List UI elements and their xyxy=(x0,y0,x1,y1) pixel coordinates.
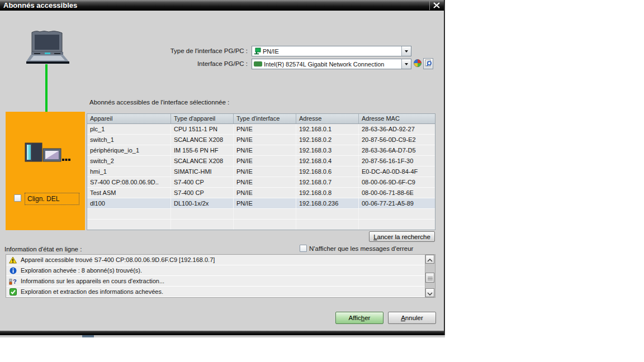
table-row[interactable] xyxy=(87,220,435,230)
laptop-icon xyxy=(26,30,70,65)
table-cell xyxy=(359,209,435,219)
table-cell: 20-87-56-16-1F-30 xyxy=(359,156,435,166)
start-search-button[interactable]: Lancer la recherche xyxy=(369,231,435,242)
column-header-type-interface[interactable]: Type d'interface xyxy=(234,114,296,123)
interface-dropdown[interactable]: Intel(R) 82574L Gigabit Network Connecti… xyxy=(252,59,411,69)
column-header-appareil[interactable]: Appareil xyxy=(87,114,171,123)
table-cell: 08-00-06-9D-6F-C9 xyxy=(359,177,435,187)
table-cell xyxy=(171,209,234,219)
blink-led-checkbox[interactable] xyxy=(14,194,21,202)
table-cell xyxy=(87,220,171,230)
table-cell: 192.168.0.236 xyxy=(296,198,359,208)
status-message-rows: Appareil accessible trouvé S7-400 CP:08.… xyxy=(6,255,435,297)
close-icon xyxy=(433,1,440,11)
chevron-down-icon xyxy=(405,63,408,65)
table-cell: 28-63-36-AD-92-27 xyxy=(359,124,435,134)
device-table-header: Appareil Type d'appareil Type d'interfac… xyxy=(87,114,435,124)
table-cell xyxy=(234,220,296,230)
table-row[interactable]: Test ASMS7-400 CPPN/IE192.168.0.808-00-0… xyxy=(87,188,435,198)
background-scrollbar-thumb[interactable] xyxy=(82,335,94,337)
table-cell: 192.168.0.2 xyxy=(296,135,359,145)
column-header-adresse[interactable]: Adresse xyxy=(296,114,359,123)
status-scrollbar[interactable] xyxy=(425,255,435,297)
table-cell xyxy=(234,209,296,219)
table-cell: 00-06-77-21-A5-89 xyxy=(359,198,435,208)
close-button[interactable] xyxy=(429,1,443,10)
interface-type-value: PN/IE xyxy=(263,48,401,55)
table-row[interactable]: plc_1CPU 1511-1 PNPN/IE192.168.0.128-63-… xyxy=(87,124,435,135)
table-cell: 192.168.0.8 xyxy=(296,188,359,198)
table-cell xyxy=(87,209,171,219)
table-row[interactable]: périphérique_io_1IM 155-6 PN HFPN/IE192.… xyxy=(87,145,435,156)
table-cell: 28-63-36-6A-D7-D5 xyxy=(359,145,435,155)
scroll-down-button[interactable] xyxy=(425,288,434,297)
screen: Abonnés accessibles Type d xyxy=(0,0,644,362)
table-cell: PN/IE xyxy=(234,198,296,208)
table-cell: PN/IE xyxy=(234,188,296,198)
column-header-type-appareil[interactable]: Type d'appareil xyxy=(171,114,234,123)
dialog-titlebar: Abonnés accessibles xyxy=(0,0,444,11)
status-message-row: Exploration achevée : 8 abonné(s) trouvé… xyxy=(6,265,425,276)
interface-type-label: Type de l'interface PG/PC : xyxy=(134,47,248,54)
table-cell: S7-400 CP xyxy=(171,177,234,187)
accessible-devices-dialog: Abonnés accessibles Type d xyxy=(0,0,445,335)
column-header-adresse-mac[interactable]: Adresse MAC xyxy=(359,114,435,123)
table-cell: Test ASM xyxy=(87,188,171,198)
table-cell: SCALANCE X208 xyxy=(171,135,234,145)
table-cell: E0-DC-A0-0D-84-4F xyxy=(359,166,435,177)
scrollbar-thumb[interactable] xyxy=(425,273,434,283)
chevron-down-icon xyxy=(427,288,433,298)
status-message-list: Appareil accessible trouvé S7-400 CP:08.… xyxy=(6,254,435,298)
table-cell: S7-400 CP xyxy=(171,188,234,198)
table-row[interactable]: switch_2SCALANCE X208PN/IE192.168.0.420-… xyxy=(87,156,435,166)
table-cell: PN/IE xyxy=(234,166,296,177)
table-cell: périphérique_io_1 xyxy=(87,145,171,155)
table-row[interactable]: switch_1SCALANCE X208PN/IE192.168.0.220-… xyxy=(87,135,435,145)
table-cell: 192.168.0.4 xyxy=(296,156,359,166)
dialog-bottom-edge xyxy=(0,331,444,335)
table-row[interactable]: dl100DL100-1x/2xPN/IE192.168.0.23600-06-… xyxy=(87,198,435,209)
status-message-row: ?Informations sur les appareils en cours… xyxy=(6,276,425,287)
interface-dropdown-button[interactable] xyxy=(401,59,411,69)
cancel-button[interactable]: Annuler xyxy=(388,312,436,324)
success-icon xyxy=(8,288,17,296)
svg-text:?: ? xyxy=(13,278,17,285)
table-cell: hmi_1 xyxy=(87,166,171,177)
status-message-text: Exploration et extraction des informatio… xyxy=(21,288,163,295)
table-cell: 192.168.0.7 xyxy=(296,177,359,187)
table-cell: SCALANCE X208 xyxy=(171,156,234,166)
table-cell: dl100 xyxy=(87,198,171,208)
grip-lines-icon xyxy=(428,273,433,283)
plc-device-icon xyxy=(25,142,70,163)
status-message-text: Exploration achevée : 8 abonné(s) trouvé… xyxy=(21,267,142,274)
table-cell xyxy=(359,220,435,230)
table-row[interactable] xyxy=(87,209,435,220)
scroll-up-button[interactable] xyxy=(425,255,434,264)
interface-label: Interface PG/PC : xyxy=(134,60,248,67)
show-button[interactable]: Afficher xyxy=(335,312,383,324)
table-cell xyxy=(296,209,359,219)
info-icon xyxy=(8,267,17,274)
table-row[interactable]: S7-400 CP:08.00.06.9D..S7-400 CPPN/IE192… xyxy=(87,177,435,188)
blink-led-labelbox[interactable]: Clign. DEL xyxy=(25,193,79,205)
device-table-caption: Abonnés accessibles de l'interface sélec… xyxy=(89,99,229,106)
online-status-label: Information d'état en ligne : xyxy=(4,246,82,253)
table-cell: 20-87-56-0D-C9-E2 xyxy=(359,135,435,145)
table-cell: 192.168.0.6 xyxy=(296,166,359,177)
table-cell: switch_2 xyxy=(87,156,171,166)
security-shield-icon xyxy=(414,59,422,67)
network-adapter-icon xyxy=(254,61,262,67)
table-cell: DL100-1x/2x xyxy=(171,198,234,208)
table-cell: CPU 1511-1 PN xyxy=(171,124,234,134)
table-cell: 192.168.0.3 xyxy=(296,145,359,155)
table-cell: plc_1 xyxy=(87,124,171,134)
selected-device-panel: Clign. DEL xyxy=(6,112,85,230)
browse-network-button[interactable] xyxy=(423,58,433,69)
interface-type-dropdown[interactable]: PN/IE xyxy=(252,46,411,56)
errors-only-label: N'afficher que les messages d'erreur xyxy=(309,245,413,252)
interface-type-dropdown-button[interactable] xyxy=(401,46,411,56)
device-table: Appareil Type d'appareil Type d'interfac… xyxy=(87,113,435,230)
errors-only-checkbox[interactable] xyxy=(300,245,307,252)
table-row[interactable]: hmi_1SIMATIC-HMIPN/IE192.168.0.6E0-DC-A0… xyxy=(87,166,435,177)
table-cell: IM 155-6 PN HF xyxy=(171,145,234,155)
